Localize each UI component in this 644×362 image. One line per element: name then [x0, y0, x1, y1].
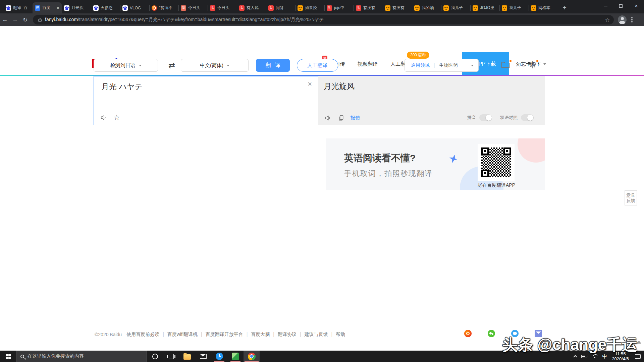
- promo-title: 英语阅读看不懂?: [344, 152, 416, 165]
- footer-link[interactable]: 百度wifi翻译机: [167, 331, 198, 337]
- domain-general-label[interactable]: 通用领域: [411, 62, 430, 68]
- browser-tab[interactable]: 问答 -: [266, 2, 295, 13]
- new-tab-button[interactable]: +: [560, 3, 569, 12]
- chrome-taskbar-button[interactable]: [244, 351, 260, 362]
- tab-title: 网格本: [538, 5, 555, 11]
- maximize-button[interactable]: [613, 0, 629, 12]
- browser-tab[interactable]: 有没有: [354, 2, 383, 13]
- wechat-icon[interactable]: [488, 330, 495, 337]
- footer-link[interactable]: 使用百度前必读: [126, 331, 159, 337]
- favorite-star-icon[interactable]: ☆: [113, 114, 120, 121]
- app-promo-banner[interactable]: 英语阅读看不懂? 手机取词，拍照秒现翻译 尽在百度翻译APP: [326, 138, 545, 190]
- swap-languages-button[interactable]: ⇄: [165, 59, 178, 72]
- browser-menu-icon[interactable]: [631, 19, 633, 20]
- green-app-taskbar-button[interactable]: [227, 351, 244, 362]
- browser-tab[interactable]: jojo中: [324, 2, 354, 13]
- site-header: Bai du 翻译 抗疫行动热同传视频翻译人工翻译插件下载 APP下载 勿忘卡殿…: [0, 26, 644, 50]
- toutiao-favicon-icon: [239, 5, 245, 11]
- task-view-taskbar-button[interactable]: [163, 351, 179, 362]
- report-error-link[interactable]: 报错: [351, 115, 360, 121]
- browser-tab[interactable]: 网格本: [529, 2, 558, 13]
- back-button[interactable]: ←: [0, 16, 10, 23]
- speaker-icon[interactable]: [100, 114, 107, 121]
- clock-app-taskbar-button[interactable]: [211, 351, 227, 362]
- cortana-taskbar-button[interactable]: [147, 351, 163, 362]
- browser-tab[interactable]: JOJO里: [470, 2, 499, 13]
- mail-icon: [200, 354, 207, 359]
- file-explorer-taskbar-button[interactable]: [179, 351, 195, 362]
- scroll-up-arrow[interactable]: [637, 341, 641, 344]
- human-translate-button[interactable]: 人工翻译: [297, 59, 338, 72]
- copy-icon[interactable]: [338, 115, 344, 121]
- tab-title: 有没有: [363, 5, 380, 11]
- tab-title: 问答 -: [276, 5, 293, 11]
- tab-title: 今日头: [188, 5, 205, 11]
- target-language-select[interactable]: 中文(简体) 200 语种: [181, 59, 249, 72]
- pinyin-toggle[interactable]: [479, 114, 492, 121]
- browser-tab[interactable]: 如果疫: [295, 2, 324, 13]
- paw-favicon-icon: [93, 5, 99, 11]
- bookmark-star-icon[interactable]: ☆: [605, 17, 610, 23]
- browser-tab[interactable]: 今日头: [208, 2, 237, 13]
- owl-favicon-icon: [531, 5, 536, 11]
- domain-bio-label[interactable]: 生物医药: [439, 62, 471, 68]
- browser-tab[interactable]: VLOG: [120, 2, 149, 13]
- reload-button[interactable]: ↻: [20, 16, 30, 23]
- source-language-select[interactable]: 检测到日语: [94, 59, 158, 72]
- mail-taskbar-button[interactable]: [195, 351, 211, 362]
- footer-link[interactable]: 帮助: [336, 331, 345, 337]
- clear-input-button[interactable]: ×: [308, 80, 312, 88]
- address-bar[interactable]: fanyi.baidu.com/translate?aldtype=16047&…: [33, 15, 614, 24]
- promo-subtitle: 手机取词，拍照秒现翻译: [344, 169, 433, 179]
- minimize-button[interactable]: [598, 0, 613, 12]
- bilingual-toggle[interactable]: [521, 114, 534, 121]
- domain-select[interactable]: 通用领域 | 生物医药 助力抗疫: [405, 59, 479, 72]
- source-text[interactable]: 月光 ハヤテ: [101, 81, 143, 92]
- maximize-icon: [619, 4, 623, 8]
- footer-link[interactable]: 翻译协议: [278, 331, 297, 337]
- taskbar-search-input[interactable]: 在这里输入你要搜索的内容: [16, 351, 147, 362]
- chevron-down-icon: [227, 65, 229, 66]
- footer-separator: |: [300, 331, 301, 337]
- browser-tab[interactable]: 有人说: [237, 2, 266, 13]
- browser-tab[interactable]: 我的消: [412, 2, 441, 13]
- browser-tab[interactable]: 我儿子: [441, 2, 470, 13]
- tray-expand-icon[interactable]: [574, 355, 577, 359]
- task-view-icon: [169, 354, 174, 359]
- footer-separator: |: [201, 331, 202, 337]
- translate-button[interactable]: 翻译: [256, 59, 290, 72]
- browser-tab[interactable]: "贫而不: [149, 2, 178, 13]
- forward-button[interactable]: →: [10, 16, 20, 23]
- footer-link[interactable]: 百度大脑: [251, 331, 270, 337]
- source-text-panel[interactable]: 月光 ハヤテ × ☆: [94, 76, 318, 125]
- footer-link[interactable]: 百度翻译开放平台: [206, 331, 243, 337]
- tab-title: 翻译_百: [13, 5, 30, 11]
- speaker-icon[interactable]: [324, 114, 332, 122]
- gear-icon: [527, 60, 537, 70]
- qr-caption: 尽在百度翻译APP: [478, 182, 515, 188]
- browser-tab[interactable]: 今日头: [178, 2, 208, 13]
- close-button[interactable]: ×: [629, 0, 644, 12]
- phrasebook-folder-button[interactable]: [500, 60, 512, 71]
- footer-link[interactable]: 建议与反馈: [305, 331, 328, 337]
- notification-dot: [536, 60, 538, 62]
- feedback-tab[interactable]: 意见 反馈: [625, 190, 637, 205]
- browser-tab[interactable]: 翻译_百: [3, 2, 33, 13]
- browser-tab[interactable]: 火影忍: [91, 2, 120, 13]
- folder-icon: [500, 60, 511, 70]
- tab-close-icon[interactable]: ×: [57, 6, 59, 10]
- target-language-label: 中文(简体): [200, 62, 223, 69]
- file-explorer-icon: [183, 354, 191, 360]
- output-toggles: 拼音 双语对照: [467, 114, 538, 121]
- browser-tab-active[interactable]: 百度×: [33, 2, 62, 13]
- weibo-icon[interactable]: [464, 330, 472, 337]
- start-button[interactable]: [0, 351, 16, 362]
- feedback-label: 意见: [627, 193, 635, 198]
- settings-button[interactable]: [527, 60, 539, 71]
- browser-tab[interactable]: 我儿子: [499, 2, 529, 13]
- footer-separator: |: [247, 331, 248, 337]
- browser-tab[interactable]: 有没有: [383, 2, 412, 13]
- browser-tab[interactable]: 月光疾: [62, 2, 91, 13]
- profile-avatar[interactable]: [618, 15, 627, 24]
- tab-title: "贫而不: [159, 5, 176, 11]
